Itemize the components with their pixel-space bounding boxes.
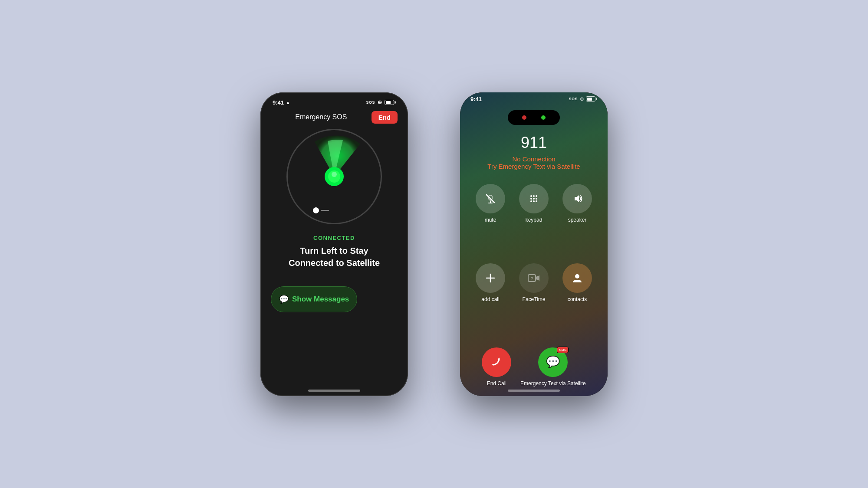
svg-point-16 xyxy=(536,200,537,202)
sos-label-1: SOS xyxy=(366,100,375,105)
speaker-label: speaker xyxy=(568,217,587,223)
di-dot-red xyxy=(522,115,526,120)
keypad-label: keypad xyxy=(526,217,542,223)
mute-button[interactable]: mute xyxy=(473,184,508,255)
svg-point-2 xyxy=(332,172,337,177)
nav-bar-1: Emergency SOS End xyxy=(260,109,408,129)
svg-point-10 xyxy=(536,195,537,197)
speaker-icon xyxy=(571,193,583,205)
svg-point-3 xyxy=(313,207,319,213)
status-bar-2: 9:41 SOS ⊕ xyxy=(460,93,608,104)
show-messages-label: Show Messages xyxy=(292,295,349,304)
phone-1-screen: 9:41 ▲ SOS ⊕ Emergency SOS End xyxy=(260,92,408,396)
svg-point-8 xyxy=(530,195,532,197)
compass-svg xyxy=(286,129,382,224)
end-call-icon xyxy=(490,356,503,369)
facetime-icon: ? xyxy=(528,273,540,283)
call-header: 911 No Connection Try Emergency Text via… xyxy=(460,125,608,175)
status-bar-1: 9:41 ▲ SOS ⊕ xyxy=(260,92,408,109)
svg-text:?: ? xyxy=(531,276,533,281)
speaker-button[interactable]: speaker xyxy=(560,184,595,255)
end-call-action[interactable]: End Call xyxy=(482,347,511,387)
compass-container: CONNECTED Turn Left to Stay Connected to… xyxy=(260,129,408,278)
keypad-circle xyxy=(519,184,549,213)
call-buttons-grid: mute keypad xyxy=(460,175,608,343)
svg-rect-4 xyxy=(321,210,329,211)
try-satellite-text: Try Emergency Text via Satellite xyxy=(469,163,599,170)
di-dot-green xyxy=(541,115,546,120)
sos-label-2: SOS xyxy=(569,97,578,101)
message-icon: 💬 xyxy=(279,295,289,304)
status-icons-2: SOS ⊕ xyxy=(569,96,597,102)
location-arrow-icon: ▲ xyxy=(286,100,290,105)
bubble-icon: 💬 xyxy=(546,355,560,369)
emergency-text-label: Emergency Text via Satellite xyxy=(520,380,586,387)
contacts-circle xyxy=(562,263,592,293)
emergency-text-action[interactable]: 💬 SOS Emergency Text via Satellite xyxy=(520,347,586,387)
end-call-button[interactable] xyxy=(482,347,511,377)
add-call-icon xyxy=(485,272,496,284)
connected-status: CONNECTED xyxy=(313,235,355,241)
svg-marker-22 xyxy=(536,275,539,281)
svg-marker-17 xyxy=(575,195,579,202)
time-text-1: 9:41 xyxy=(273,99,284,106)
time-display-1: 9:41 ▲ xyxy=(273,99,290,106)
status-icons-1: SOS ⊕ xyxy=(366,99,396,105)
add-call-button[interactable]: add call xyxy=(473,263,508,334)
svg-point-23 xyxy=(575,274,579,278)
mute-circle xyxy=(476,184,505,213)
add-call-circle xyxy=(476,263,505,293)
facetime-label: FaceTime xyxy=(523,296,546,302)
show-messages-button[interactable]: 💬 Show Messages xyxy=(271,286,357,312)
keypad-icon xyxy=(528,193,539,204)
svg-point-15 xyxy=(533,200,535,202)
satellite-instruction: Turn Left to Stay Connected to Satellite xyxy=(260,245,408,269)
mute-icon xyxy=(484,193,496,205)
svg-point-13 xyxy=(536,198,537,200)
contacts-icon xyxy=(571,272,583,284)
call-number: 911 xyxy=(469,134,599,152)
sos-badge: SOS xyxy=(557,347,569,353)
home-indicator-2 xyxy=(508,390,560,392)
svg-point-12 xyxy=(533,198,535,200)
contacts-button[interactable]: contacts xyxy=(560,263,595,334)
contacts-label: contacts xyxy=(568,296,587,302)
mute-label: mute xyxy=(485,217,496,223)
svg-point-14 xyxy=(530,200,532,202)
end-button-1[interactable]: End xyxy=(372,111,398,124)
facetime-circle: ? xyxy=(519,263,549,293)
phone-2-screen: 9:41 SOS ⊕ 911 No Connection Try Emergen… xyxy=(460,92,608,396)
home-indicator-1 xyxy=(308,390,360,392)
end-call-label: End Call xyxy=(487,380,506,387)
battery-icon-1 xyxy=(385,100,396,105)
svg-point-9 xyxy=(533,195,535,197)
speaker-circle xyxy=(562,184,592,213)
page-title-1: Emergency SOS xyxy=(295,113,347,121)
satellite-icon-2: ⊕ xyxy=(580,96,584,102)
phone-2: 9:41 SOS ⊕ 911 No Connection Try Emergen… xyxy=(460,92,608,396)
satellite-icon: ⊕ xyxy=(378,99,382,105)
no-connection-text: No Connection xyxy=(469,155,599,163)
svg-point-11 xyxy=(530,198,532,200)
call-actions: End Call 💬 SOS Emergency Text via Satell… xyxy=(460,343,608,396)
battery-icon-2 xyxy=(586,96,597,102)
phone-1: 9:41 ▲ SOS ⊕ Emergency SOS End xyxy=(260,92,408,396)
dynamic-island xyxy=(508,110,560,125)
keypad-button[interactable]: keypad xyxy=(516,184,551,255)
compass-dial xyxy=(286,129,382,224)
facetime-button[interactable]: ? FaceTime xyxy=(516,263,551,334)
time-text-2: 9:41 xyxy=(470,96,482,102)
emergency-text-button[interactable]: 💬 SOS xyxy=(538,347,568,377)
add-call-label: add call xyxy=(481,296,499,302)
